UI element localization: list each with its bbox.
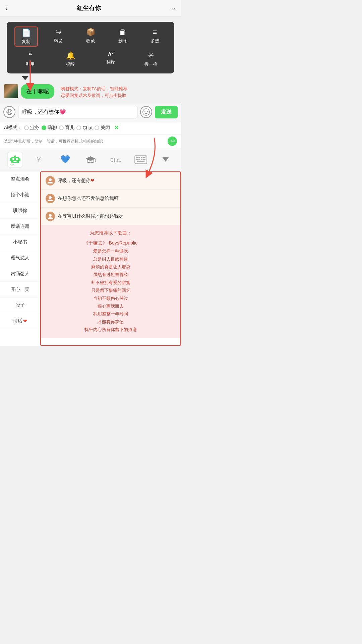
toolbar-row: chat ¥ Chat <box>0 148 181 171</box>
user-icon-2 <box>47 213 53 219</box>
song-recs-title: 为您推荐以下歌曲： <box>46 230 176 236</box>
close-button[interactable]: ✕ <box>114 124 119 131</box>
radio-close[interactable] <box>95 125 99 130</box>
lyric-6: 当初不顾伤心哭泣 <box>46 294 176 302</box>
menu-delete[interactable]: 🗑 删除 <box>111 26 134 47</box>
remind-icon: 🔔 <box>66 51 75 60</box>
mode-business[interactable]: 业务 <box>24 125 40 131</box>
tool-keyboard-button[interactable] <box>133 152 149 168</box>
context-menu-row-2: ❝ 引用 🔔 提醒 Ax 翻译 ✳ 搜一搜 <box>10 50 171 69</box>
translate-label: 翻译 <box>106 59 115 65</box>
tool-heart-button[interactable] <box>57 152 73 168</box>
ai-mode-bar: Ai模式： 业务 嗨聊 育儿 Chat 关闭 ✕ <box>0 121 181 135</box>
chat-area: 在干嘛呢 嗨聊模式：复制TA的话，智能推荐恋爱回复话术及歌词，可点击提取 <box>0 82 181 103</box>
lyric-1: 总是叫人目眩神迷 <box>46 255 176 263</box>
graduation-icon <box>84 154 97 166</box>
svg-rect-24 <box>143 157 145 158</box>
mode-close-label: 关闭 <box>101 125 110 131</box>
lyric-5: 只是留下惨痛的回忆 <box>46 286 176 294</box>
lyric-3: 虽然有过短暂曾经 <box>46 271 176 278</box>
heart-icon <box>59 154 71 166</box>
tool-chat-text-button[interactable]: Chat <box>108 152 124 168</box>
song-recommendations: 为您推荐以下歌曲： 《干嘛去》-BoysRepublic 爱是怎样一种游戏 总是… <box>41 225 180 338</box>
send-button[interactable]: 发送 <box>155 106 178 118</box>
hint-bar: 选定"Ai模式"后，复制一段话，可推荐该模式相关的知识 chat <box>0 135 181 148</box>
svg-rect-22 <box>138 157 140 158</box>
svg-rect-15 <box>19 158 20 161</box>
user-avatar-1 <box>46 194 55 203</box>
sidebar-item-3[interactable]: 废话连篇 <box>0 219 40 234</box>
back-button[interactable]: ‹ <box>5 4 8 12</box>
sidebar-item-2[interactable]: 哄哄你 <box>0 203 40 219</box>
sidebar-item-8[interactable]: 段子 <box>0 298 40 313</box>
menu-translate[interactable]: Ax 翻译 <box>99 50 122 69</box>
user-icon-1 <box>47 196 53 202</box>
radio-chat[interactable] <box>76 125 81 130</box>
emoji-icon <box>142 108 150 116</box>
radio-child[interactable] <box>59 125 64 130</box>
bubble-wrapper: 在干嘛呢 <box>21 84 54 99</box>
svg-rect-29 <box>137 161 144 162</box>
svg-point-32 <box>49 196 52 199</box>
suggestion-text-0: 呼吸，还有想你❤ <box>58 178 95 184</box>
page-title: 红尘有你 <box>77 4 101 12</box>
svg-rect-27 <box>141 159 142 160</box>
svg-rect-9 <box>12 158 14 160</box>
mode-business-label: 业务 <box>30 125 40 131</box>
emoji-button[interactable] <box>140 106 152 118</box>
suggestion-0[interactable]: 呼吸，还有想你❤ <box>41 172 180 190</box>
more-button[interactable]: ··· <box>170 4 176 12</box>
svg-rect-23 <box>141 157 142 158</box>
sidebar-item-1[interactable]: 搭个小讪 <box>0 187 40 203</box>
svg-rect-21 <box>136 157 138 158</box>
user-avatar-0 <box>46 176 55 185</box>
menu-search[interactable]: ✳ 搜一搜 <box>139 50 163 69</box>
avatar <box>4 84 18 98</box>
svg-point-3 <box>8 110 10 113</box>
top-bar: ‹ 红尘有你 ··· <box>0 0 181 16</box>
sidebar-item-0[interactable]: 整点酒肴 <box>0 171 40 187</box>
suggestion-1[interactable]: 在想你怎么还不发信息给我呀 <box>41 190 180 208</box>
lyric-10: 抚平内心所有你留下的痕迹 <box>46 326 176 333</box>
svg-rect-14 <box>10 158 11 161</box>
menu-copy[interactable]: 📄 复制 <box>14 26 38 47</box>
multiselect-icon: ≡ <box>153 28 157 37</box>
tool-robot-button[interactable]: chat <box>7 152 23 168</box>
yuan-icon: ¥ <box>34 154 46 166</box>
suggestion-2[interactable]: 在等宝贝什么时候才能想起我呀 <box>41 208 180 225</box>
sidebar: 整点酒肴 搭个小讪 哄哄你 废话连篇 小秘书 霸气怼人 内涵怼人 开心一笑 段子… <box>0 171 40 346</box>
tool-dropdown-button[interactable] <box>158 152 174 168</box>
sidebar-item-7[interactable]: 开心一笑 <box>0 282 40 298</box>
sidebar-item-9[interactable]: 情话 ❤ <box>0 313 40 329</box>
mode-child[interactable]: 育儿 <box>59 125 74 131</box>
voice-icon <box>6 109 12 115</box>
menu-quote[interactable]: ❝ 引用 <box>18 50 42 69</box>
sidebar-item-5[interactable]: 霸气怼人 <box>0 250 40 266</box>
menu-multiselect[interactable]: ≡ 多选 <box>143 26 167 47</box>
mode-haichat[interactable]: 嗨聊 <box>42 125 57 131</box>
radio-business[interactable] <box>24 125 29 130</box>
sidebar-item-6[interactable]: 内涵怼人 <box>0 266 40 282</box>
keyboard-icon <box>134 155 147 164</box>
mode-close[interactable]: 关闭 <box>95 125 110 131</box>
menu-collect[interactable]: 📦 收藏 <box>79 26 102 47</box>
search-label: 搜一搜 <box>144 61 158 67</box>
mode-child-label: 育儿 <box>65 125 74 131</box>
menu-remind[interactable]: 🔔 提醒 <box>59 50 82 69</box>
voice-button[interactable] <box>3 106 15 118</box>
annotation-text: 嗨聊模式：复制TA的话，智能推荐恋爱回复话术及歌词，可点击提取 <box>60 84 177 100</box>
tool-yuan-button[interactable]: ¥ <box>32 152 48 168</box>
svg-text:chat: chat <box>10 163 14 165</box>
annotation-area: 嗨聊模式：复制TA的话，智能推荐恋爱回复话术及歌词，可点击提取 <box>57 84 177 100</box>
sidebar-item-9-text: 情话 <box>13 318 22 324</box>
menu-forward[interactable]: ↪ 转发 <box>47 26 70 47</box>
lyric-7: 狠心离我而去 <box>46 302 176 310</box>
radio-haichat[interactable] <box>42 125 46 130</box>
chat-bubble[interactable]: 在干嘛呢 <box>21 84 54 99</box>
sidebar-item-4[interactable]: 小秘书 <box>0 234 40 250</box>
message-input[interactable] <box>18 106 137 118</box>
tool-graduation-button[interactable] <box>82 152 99 168</box>
mode-chat[interactable]: Chat <box>76 125 93 130</box>
song-name[interactable]: 《干嘛去》-BoysRepublic <box>46 239 176 247</box>
copy-label: 复制 <box>22 39 31 45</box>
